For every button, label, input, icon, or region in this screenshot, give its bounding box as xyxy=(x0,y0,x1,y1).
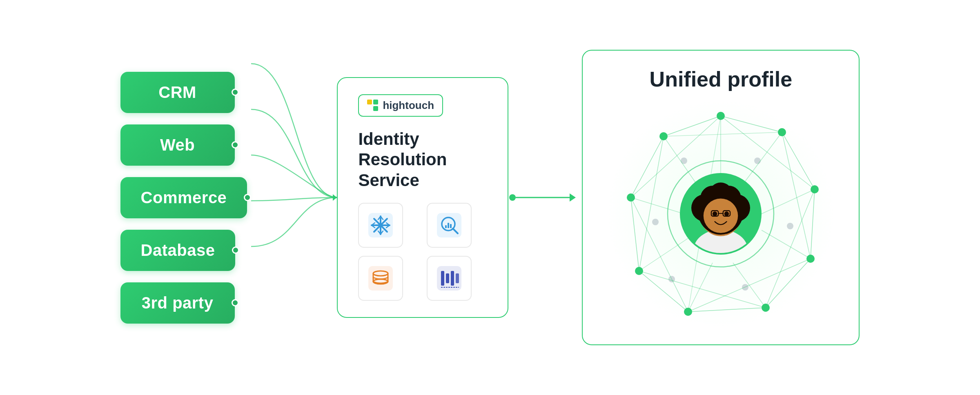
source-database-dot xyxy=(232,246,239,254)
unified-profile-panel: Unified profile xyxy=(582,50,860,345)
source-third-party-dot xyxy=(232,299,239,306)
right-connector xyxy=(508,30,582,365)
logo-sq-1 xyxy=(367,100,372,104)
logo-sq-4 xyxy=(373,106,378,111)
svg-rect-20 xyxy=(368,266,393,291)
sources-column: CRM Web Commerce Database 3rd party xyxy=(120,72,247,324)
svg-rect-24 xyxy=(441,271,444,286)
svg-point-29 xyxy=(509,194,516,201)
unified-profile-title: Unified profile xyxy=(650,67,793,91)
svg-rect-27 xyxy=(456,273,459,283)
source-commerce: Commerce xyxy=(120,177,247,218)
logo-sq-3 xyxy=(367,106,372,111)
svg-marker-31 xyxy=(570,193,576,202)
snowflake-icon-box xyxy=(358,203,403,248)
layers-icon-box xyxy=(358,256,403,301)
left-connector xyxy=(247,30,337,365)
center-panel: hightouch Identity Resolution Service xyxy=(337,77,508,318)
svg-point-47 xyxy=(681,158,687,164)
svg-rect-18 xyxy=(448,223,449,228)
svg-rect-25 xyxy=(446,273,449,283)
hightouch-logo-text: hightouch xyxy=(383,99,434,112)
svg-point-89 xyxy=(724,211,729,216)
svg-rect-17 xyxy=(445,225,447,228)
svg-point-87 xyxy=(704,199,738,233)
svg-point-46 xyxy=(652,219,659,225)
svg-rect-19 xyxy=(450,224,452,228)
main-container: CRM Web Commerce Database 3rd party xyxy=(0,0,980,395)
source-crm-dot xyxy=(232,89,239,96)
svg-rect-26 xyxy=(451,271,454,286)
source-third-party: 3rd party xyxy=(120,282,235,324)
source-web-dot xyxy=(232,141,239,149)
identity-resolution-title: Identity Resolution Service xyxy=(358,129,447,191)
source-database: Database xyxy=(120,230,236,271)
profile-image xyxy=(680,173,762,255)
network-graph xyxy=(606,100,835,328)
svg-point-43 xyxy=(787,223,793,229)
integration-icons-grid xyxy=(358,203,487,301)
svg-marker-0 xyxy=(333,194,337,201)
logo-sq-2 xyxy=(373,100,378,104)
analytics-icon-box xyxy=(427,203,472,248)
hightouch-logo: hightouch xyxy=(358,94,443,117)
source-web: Web xyxy=(120,124,235,166)
svg-point-42 xyxy=(754,158,761,164)
kinesis-icon-box xyxy=(427,256,472,301)
source-crm: CRM xyxy=(120,72,235,113)
svg-point-88 xyxy=(713,211,717,216)
hightouch-logo-icon xyxy=(367,100,379,111)
